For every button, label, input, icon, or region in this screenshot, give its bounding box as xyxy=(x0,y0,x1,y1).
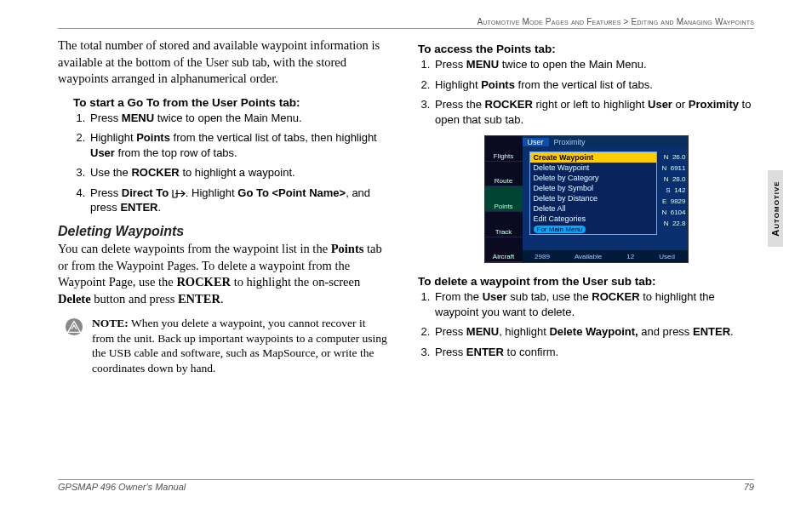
warning-icon xyxy=(65,317,83,336)
chapter-side-tab: Automotive xyxy=(768,170,783,247)
proc-steps: From the User sub tab, use the ROCKER to… xyxy=(418,289,754,359)
ss-menu-item: Edit Categories xyxy=(530,214,656,224)
proc-steps: Press MENU twice to open the Main Menu. … xyxy=(418,57,754,127)
ss-menu-area: Create Waypoint Delete Waypoint Delete b… xyxy=(523,148,688,250)
breadcrumb-sub: Editing and Managing Waypoints xyxy=(632,17,754,26)
ss-right-panel: User Proximity Create Waypoint Delete Wa… xyxy=(523,136,688,262)
ss-tab-active: Points xyxy=(485,186,523,212)
right-column: To access the Points tab: Press MENU twi… xyxy=(418,37,754,375)
ss-menu-item: Delete All xyxy=(530,203,656,214)
ss-menu-item: Delete by Distance xyxy=(530,193,656,203)
ss-menu-item: Delete by Category xyxy=(530,173,656,183)
ss-tab: Route xyxy=(485,162,523,187)
proc-heading: To start a Go To from the User Points ta… xyxy=(73,96,394,109)
step: Press Direct To . Highlight Go To <Point… xyxy=(89,186,394,215)
ss-tab: Track xyxy=(485,212,523,237)
step: From the User sub tab, use the ROCKER to… xyxy=(433,289,754,319)
breadcrumb: Automotive Mode Pages and Features > Edi… xyxy=(58,17,754,29)
step: Press MENU twice to open the Main Menu. xyxy=(433,57,754,72)
section-heading-deleting: Deleting Waypoints xyxy=(58,224,394,239)
step: Press MENU twice to open the Main Menu. xyxy=(89,111,394,126)
ss-menu-hint: For Main Menu xyxy=(530,224,656,234)
ss-status-bar: 2989 Available 12 Used xyxy=(523,250,688,262)
footer-title: GPSMAP 496 Owner's Manual xyxy=(58,482,186,492)
note-text: NOTE: When you delete a waypoint, you ca… xyxy=(92,316,391,375)
page-footer: GPSMAP 496 Owner's Manual 79 xyxy=(58,479,754,492)
ss-subtab: User xyxy=(523,138,549,146)
note-block: NOTE: When you delete a waypoint, you ca… xyxy=(65,316,391,375)
ss-subtab: Proximity xyxy=(549,138,591,146)
step: Highlight Points from the vertical list … xyxy=(89,130,394,160)
ss-popup-menu: Create Waypoint Delete Waypoint Delete b… xyxy=(529,152,657,235)
manual-page: Automotive Mode Pages and Features > Edi… xyxy=(0,0,812,526)
procedure-goto: To start a Go To from the User Points ta… xyxy=(58,96,394,215)
device-screenshot: Flights Route Points Track Aircraft User… xyxy=(484,135,689,263)
breadcrumb-section: Automotive Mode Pages and Features xyxy=(477,17,620,26)
intro-paragraph: The total number of stored and available… xyxy=(58,37,394,88)
ss-value-column: N 26.0 N 6911 N 28.0 S 142 E 9829 N 6104… xyxy=(661,152,685,229)
step: Highlight Points from the vertical list … xyxy=(433,77,754,93)
direct-to-icon xyxy=(172,189,186,198)
ss-menu-item: Delete Waypoint xyxy=(530,163,656,173)
deleting-paragraph: You can delete waypoints from the waypoi… xyxy=(58,241,394,307)
ss-tab: Aircraft xyxy=(485,237,523,263)
ss-menu-item: Create Waypoint xyxy=(530,152,656,163)
step: Press MENU, highlight Delete Waypoint, a… xyxy=(433,324,754,340)
proc-heading: To access the Points tab: xyxy=(418,43,754,55)
ss-left-tabs: Flights Route Points Track Aircraft xyxy=(485,136,523,262)
step: Use the ROCKER to highlight a waypoint. xyxy=(89,165,394,180)
procedure-delete-waypoint: To delete a waypoint from the User sub t… xyxy=(418,275,754,359)
proc-heading: To delete a waypoint from the User sub t… xyxy=(418,275,754,288)
ss-menu-item: Delete by Symbol xyxy=(530,183,656,193)
procedure-access-points: To access the Points tab: Press MENU twi… xyxy=(418,43,754,127)
side-tab-label: Automotive xyxy=(770,180,781,236)
step: Press the ROCKER right or left to highli… xyxy=(433,97,754,127)
step: Press ENTER to confirm. xyxy=(433,345,754,360)
left-column: The total number of stored and available… xyxy=(58,37,394,375)
proc-steps: Press MENU twice to open the Main Menu. … xyxy=(73,111,394,215)
ss-top-tabs: User Proximity xyxy=(523,136,688,148)
content-columns: The total number of stored and available… xyxy=(58,37,754,375)
ss-tab: Flights xyxy=(485,136,523,162)
footer-page-number: 79 xyxy=(744,482,754,492)
